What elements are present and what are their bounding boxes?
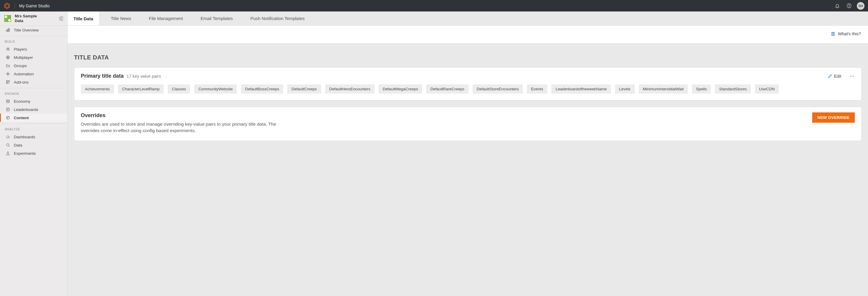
gear-icon xyxy=(59,16,64,21)
sidebar-item-automation[interactable]: Automation xyxy=(0,70,67,78)
sidebar-item-leaderboards[interactable]: Leaderboards xyxy=(0,105,67,114)
new-override-button[interactable]: NEW OVERRIDE xyxy=(812,112,855,123)
key-chip[interactable]: DefaultStoreEncounters xyxy=(473,84,523,93)
section-label-engage: ENGAGE xyxy=(0,88,67,97)
hexagon-logo-icon xyxy=(4,3,10,9)
automation-icon xyxy=(6,72,10,76)
nav-label: Data xyxy=(14,143,22,147)
title-name: Mrs SampleData xyxy=(15,14,37,23)
svg-point-23 xyxy=(850,76,851,76)
sidebar-item-players[interactable]: Players xyxy=(0,45,67,53)
more-actions-button[interactable] xyxy=(849,74,855,79)
svg-point-19 xyxy=(6,100,9,101)
nav-label: Economy xyxy=(14,99,30,104)
key-chip[interactable]: StandardStores xyxy=(715,84,751,93)
nav-label: Players xyxy=(14,47,27,52)
key-chip[interactable]: CommunityWebsite xyxy=(194,84,237,93)
sidebar-item-content[interactable]: Content xyxy=(0,114,67,122)
book-icon xyxy=(831,31,835,36)
nav-label: Add-ons xyxy=(14,80,29,84)
svg-point-8 xyxy=(7,48,8,49)
key-chip[interactable]: MinimumInterstitialWait xyxy=(639,84,688,93)
players-icon xyxy=(6,47,10,52)
svg-rect-17 xyxy=(8,81,9,82)
sidebar-item-economy[interactable]: Economy xyxy=(0,97,67,105)
sidebar-item-data[interactable]: Data xyxy=(0,141,67,149)
key-chip[interactable]: LeaderboardoftheweekName xyxy=(551,84,611,93)
leaderboard-icon xyxy=(6,107,10,112)
key-chip[interactable]: Spells xyxy=(692,84,711,93)
main-content: Title Data Title News File Management Em… xyxy=(68,11,868,296)
addons-icon xyxy=(6,80,10,84)
flask-icon xyxy=(6,151,10,156)
nav-label: Title Overview xyxy=(14,28,39,32)
svg-rect-21 xyxy=(6,116,9,119)
overrides-description: Overrides are used to store and manage o… xyxy=(81,121,292,134)
tab-title-news[interactable]: Title News xyxy=(105,11,137,25)
globe-icon xyxy=(6,55,10,60)
sidebar-item-title-overview[interactable]: Title Overview xyxy=(0,26,67,34)
nav-label: Dashboards xyxy=(14,135,35,139)
sidebar-item-experiments[interactable]: Experiments xyxy=(0,149,67,157)
nav-label: Leaderboards xyxy=(14,107,38,112)
svg-rect-6 xyxy=(8,29,8,31)
svg-marker-1 xyxy=(6,4,8,7)
economy-icon xyxy=(6,99,10,104)
sidebar-item-dashboards[interactable]: Dashboards xyxy=(0,133,67,141)
title-selector[interactable]: Mrs SampleData xyxy=(0,11,67,26)
edit-label: Edit xyxy=(834,74,841,79)
help-button[interactable] xyxy=(845,2,853,10)
edit-button[interactable]: Edit xyxy=(828,74,841,79)
studio-name[interactable]: My Game Studio xyxy=(19,3,50,8)
svg-marker-0 xyxy=(5,3,10,8)
svg-point-3 xyxy=(848,6,849,7)
user-avatar[interactable]: SH xyxy=(857,2,865,10)
key-chip[interactable]: UseCDN xyxy=(755,84,779,93)
key-chip[interactable]: CharacterLevelRamp xyxy=(118,84,164,93)
topbar: My Game Studio SH xyxy=(0,0,868,11)
sidebar-item-multiplayer[interactable]: Multiplayer xyxy=(0,53,67,61)
nav-label: Content xyxy=(14,116,29,120)
more-horizontal-icon xyxy=(849,74,855,79)
svg-point-9 xyxy=(8,48,9,49)
svg-point-25 xyxy=(853,76,854,76)
title-settings-button[interactable] xyxy=(59,16,64,21)
nav-label: Multiplayer xyxy=(14,55,33,60)
svg-point-15 xyxy=(9,74,10,75)
tab-title-data[interactable]: Title Data xyxy=(68,11,99,25)
svg-point-13 xyxy=(8,75,8,76)
dashboard-icon xyxy=(6,134,10,139)
sidebar: Mrs SampleData Title Overview BUILD Play… xyxy=(0,11,68,296)
bell-icon xyxy=(835,3,840,8)
pencil-icon xyxy=(828,74,832,78)
key-chip[interactable]: Achievements xyxy=(81,84,114,93)
folder-icon xyxy=(6,63,10,68)
key-chip[interactable]: DefaultRareCreeps xyxy=(426,84,468,93)
tab-file-management[interactable]: File Management xyxy=(143,11,189,25)
tab-email-templates[interactable]: Email Templates xyxy=(195,11,239,25)
sidebar-item-addons[interactable]: Add-ons xyxy=(0,78,67,86)
svg-point-11 xyxy=(7,74,8,75)
key-chip[interactable]: Events xyxy=(527,84,547,93)
whats-this-link[interactable]: What's this? xyxy=(831,31,861,36)
sidebar-item-groups[interactable]: Groups xyxy=(0,61,67,70)
svg-rect-16 xyxy=(6,81,8,82)
key-chip[interactable]: Classes xyxy=(168,84,190,93)
key-chip[interactable]: Levels xyxy=(615,84,635,93)
notifications-button[interactable] xyxy=(833,2,841,10)
key-chip[interactable]: DefaultMegaCreeps xyxy=(379,84,422,93)
overrides-card: Overrides Overrides are used to store an… xyxy=(74,107,862,141)
key-chip[interactable]: DefaultBossCreeps xyxy=(241,84,283,93)
key-chips-container: AchievementsCharacterLevelRampClassesCom… xyxy=(81,84,855,93)
primary-title-data-count: 17 key value pairs xyxy=(127,74,161,79)
nav-label: Groups xyxy=(14,63,27,68)
svg-rect-18 xyxy=(6,83,8,84)
key-chip[interactable]: DefaultCreeps xyxy=(287,84,321,93)
primary-title-data-card: Primary title data 17 key value pairs Ed… xyxy=(74,68,862,100)
svg-point-12 xyxy=(8,72,8,73)
tab-push-notification-templates[interactable]: Push Notification Templates xyxy=(244,11,310,25)
key-chip[interactable]: DefaultHeroEncounters xyxy=(325,84,374,93)
app-logo[interactable] xyxy=(3,2,10,9)
tabstrip: Title Data Title News File Management Em… xyxy=(68,11,868,26)
svg-point-24 xyxy=(852,76,852,76)
